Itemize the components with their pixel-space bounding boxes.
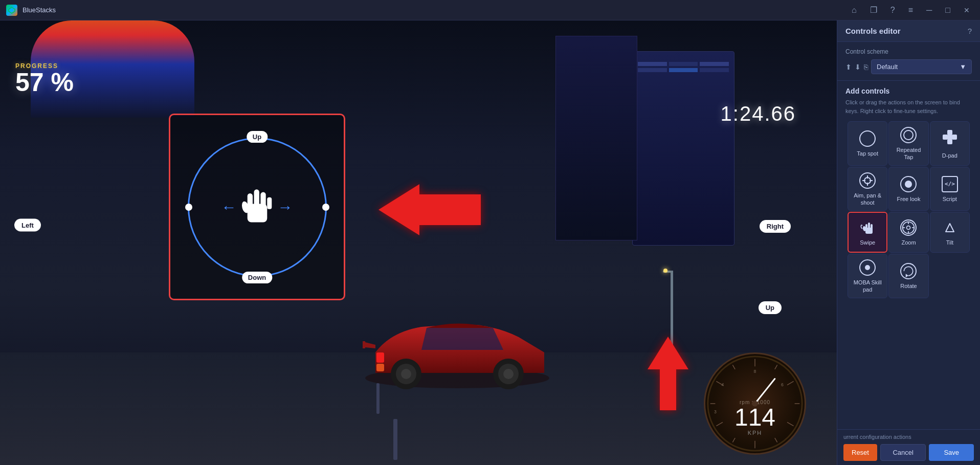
swipe-arrows: ← xyxy=(221,184,293,230)
direction-up-label: Up xyxy=(247,131,268,143)
copy-icon[interactable]: ❐ xyxy=(866,3,881,17)
moba-skill-pad-icon xyxy=(859,259,876,276)
repeated-tap-label: RepeatedTap xyxy=(897,146,921,161)
upload-icon[interactable]: ⬆ xyxy=(845,63,852,71)
zoom-label: Zoom xyxy=(901,239,916,246)
svg-line-20 xyxy=(775,365,777,369)
controls-grid: Tap spot RepeatedTap xyxy=(845,121,972,298)
left-dot xyxy=(185,204,192,211)
scheme-dropdown[interactable]: Default ▼ xyxy=(871,59,972,74)
add-controls-section: Add controls Click or drag the actions o… xyxy=(837,81,980,302)
svg-rect-46 xyxy=(871,224,873,230)
hand-cursor-icon xyxy=(237,184,278,230)
panel-help-icon[interactable]: ? xyxy=(968,27,972,35)
help-icon[interactable]: ? xyxy=(886,4,899,17)
moba-skill-pad-label: MOBA Skillpad xyxy=(854,279,882,294)
minimize-icon[interactable]: ─ xyxy=(922,4,936,17)
svg-text:4: 4 xyxy=(722,382,724,387)
home-icon[interactable]: ⌂ xyxy=(848,4,861,17)
svg-marker-1 xyxy=(10,8,14,12)
svg-text:3: 3 xyxy=(714,409,717,414)
swipe-control-overlay[interactable]: Up Down ← xyxy=(169,114,345,300)
svg-rect-38 xyxy=(947,130,952,135)
control-item-zoom[interactable]: Zoom xyxy=(888,212,928,253)
svg-rect-40 xyxy=(943,135,948,140)
download-icon[interactable]: ⬇ xyxy=(855,63,861,71)
save-button[interactable]: Save xyxy=(929,444,974,461)
panel-header-icons: ? xyxy=(968,27,972,35)
share-icon[interactable]: ⎘ xyxy=(864,63,868,71)
menu-icon[interactable]: ≡ xyxy=(904,4,917,17)
svg-point-8 xyxy=(503,369,514,379)
control-item-rotate[interactable]: Rotate xyxy=(888,254,928,298)
control-item-swipe[interactable]: Swipe xyxy=(848,212,887,253)
control-item-moba-skill-pad[interactable]: MOBA Skillpad xyxy=(848,254,887,298)
free-look-icon xyxy=(900,176,917,192)
control-item-script[interactable]: </> Script xyxy=(930,167,970,211)
svg-rect-10 xyxy=(376,364,384,371)
arrow-left-icon: ← xyxy=(221,200,237,215)
big-red-arrow-up xyxy=(648,335,688,414)
rotate-label: Rotate xyxy=(900,282,917,290)
svg-line-30 xyxy=(732,365,735,369)
control-item-aim-pan-shoot[interactable]: Aim, pan &shoot xyxy=(848,167,887,211)
svg-rect-42 xyxy=(947,135,952,140)
tap-spot-label: Tap spot xyxy=(857,150,878,157)
maximize-icon[interactable]: □ xyxy=(941,4,954,17)
control-item-tap-spot[interactable]: Tap spot xyxy=(848,121,887,166)
reset-button[interactable]: Reset xyxy=(843,444,877,461)
svg-rect-39 xyxy=(947,139,952,144)
svg-marker-37 xyxy=(648,337,688,410)
current-config-label: urrent configuration actions xyxy=(843,434,974,440)
left-label: Left xyxy=(14,218,41,231)
svg-rect-9 xyxy=(376,352,384,363)
scheme-row: ⬆ ⬇ ⎘ Default ▼ xyxy=(845,59,972,74)
script-icon: </> xyxy=(942,176,958,192)
car xyxy=(360,301,554,393)
svg-text:8: 8 xyxy=(754,369,756,374)
svg-rect-13 xyxy=(254,189,259,208)
svg-line-26 xyxy=(732,438,735,442)
tilt-label: Tilt xyxy=(946,239,953,246)
up-br-label: Up xyxy=(759,301,782,314)
control-item-tilt[interactable]: Tilt xyxy=(930,212,970,253)
svg-rect-14 xyxy=(260,192,265,208)
svg-rect-45 xyxy=(868,223,870,230)
control-scheme-section: Control scheme ⬆ ⬇ ⎘ Default ▼ xyxy=(837,42,980,81)
timer: 1:24.66 xyxy=(721,102,796,125)
svg-line-21 xyxy=(787,381,794,385)
svg-line-35 xyxy=(755,379,775,404)
control-item-d-pad[interactable]: D-pad xyxy=(930,121,970,166)
progress-value: 57 % xyxy=(15,70,74,95)
svg-point-36 xyxy=(752,401,758,407)
control-item-free-look[interactable]: Free look xyxy=(888,167,928,211)
building-mid xyxy=(555,36,637,240)
speedometer: 8 6 4 3 rpm x 1000 114 KPH xyxy=(704,352,806,455)
svg-line-24 xyxy=(775,438,777,442)
control-item-repeated-tap[interactable]: RepeatedTap xyxy=(888,121,928,166)
svg-marker-54 xyxy=(906,274,908,278)
progress-container: PROGRESS 57 % xyxy=(15,62,74,95)
scheme-label: Control scheme xyxy=(845,48,972,55)
tilt-icon xyxy=(942,219,958,236)
controls-panel: Controls editor ? Control scheme ⬆ ⬇ ⎘ D… xyxy=(837,20,980,465)
svg-rect-41 xyxy=(952,135,957,140)
zoom-icon xyxy=(900,219,917,236)
free-look-label: Free look xyxy=(897,195,921,203)
right-dot xyxy=(322,204,329,211)
close-icon[interactable]: ✕ xyxy=(960,4,974,16)
rotate-icon xyxy=(900,263,917,279)
svg-text:6: 6 xyxy=(781,382,784,387)
cancel-button[interactable]: Cancel xyxy=(880,444,926,461)
building-right xyxy=(632,51,734,246)
panel-header: Controls editor ? xyxy=(837,20,980,42)
d-pad-icon xyxy=(942,129,958,149)
main-content: PROGRESS 57 % 1:24.66 xyxy=(0,20,980,465)
action-buttons: Reset Cancel Save xyxy=(843,444,974,461)
title-bar: BlueStacks ⌂ ❐ ? ≡ ─ □ ✕ xyxy=(0,0,980,20)
speedo-background: 8 6 4 3 rpm x 1000 114 KPH xyxy=(704,352,806,455)
app-logo xyxy=(6,5,17,16)
speedo-arc-svg: 8 6 4 3 xyxy=(705,354,805,453)
svg-point-5 xyxy=(401,369,411,379)
game-area: PROGRESS 57 % 1:24.66 xyxy=(0,20,837,465)
